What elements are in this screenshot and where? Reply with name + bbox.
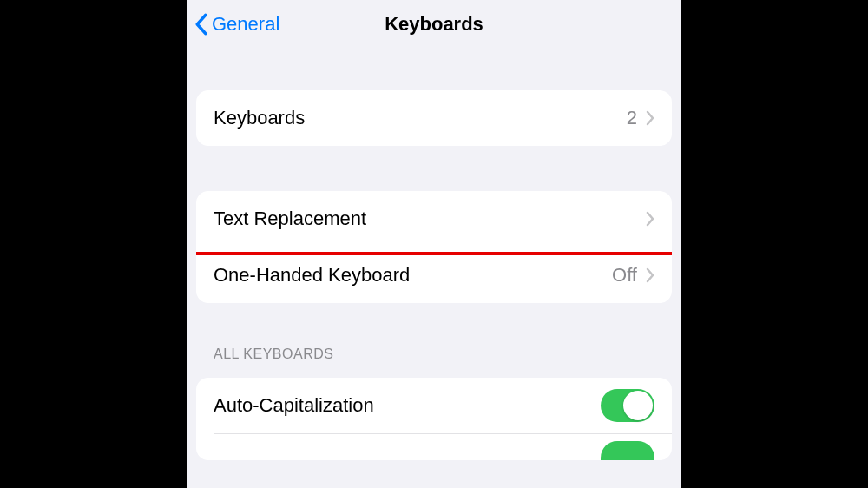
chevron-right-icon (646, 211, 654, 227)
keyboards-row[interactable]: Keyboards 2 (196, 90, 672, 146)
back-label: General (212, 13, 279, 36)
nav-bar: General Keyboards (187, 0, 681, 49)
row-value: 2 (627, 107, 637, 129)
auto-capitalization-row[interactable]: Auto-Capitalization (196, 378, 672, 433)
row-label: Keyboards (214, 107, 627, 129)
row-value: Off (612, 264, 637, 287)
partial-toggle[interactable] (601, 441, 654, 460)
toggle-knob (623, 391, 653, 420)
settings-group-text: Text Replacement One-Handed Keyboard Off (196, 191, 672, 303)
chevron-right-icon (646, 267, 654, 283)
settings-screen: General Keyboards Keyboards 2 Text Repla… (187, 0, 681, 488)
settings-group-keyboards: Keyboards 2 (196, 90, 672, 146)
settings-group-all-keyboards: Auto-Capitalization (196, 378, 672, 460)
content-area: Keyboards 2 Text Replacement One-Handed … (187, 90, 681, 460)
back-button[interactable]: General (194, 13, 279, 36)
one-handed-keyboard-row[interactable]: One-Handed Keyboard Off (196, 247, 672, 303)
chevron-left-icon (194, 13, 208, 36)
row-label: Auto-Capitalization (214, 394, 601, 417)
partial-row[interactable] (196, 434, 672, 460)
text-replacement-row[interactable]: Text Replacement (196, 191, 672, 247)
section-header-all-keyboards: ALL KEYBOARDS (214, 346, 672, 362)
row-label: One-Handed Keyboard (214, 264, 612, 287)
chevron-right-icon (646, 110, 654, 126)
auto-capitalization-toggle[interactable] (601, 389, 654, 422)
row-label: Text Replacement (214, 208, 646, 230)
